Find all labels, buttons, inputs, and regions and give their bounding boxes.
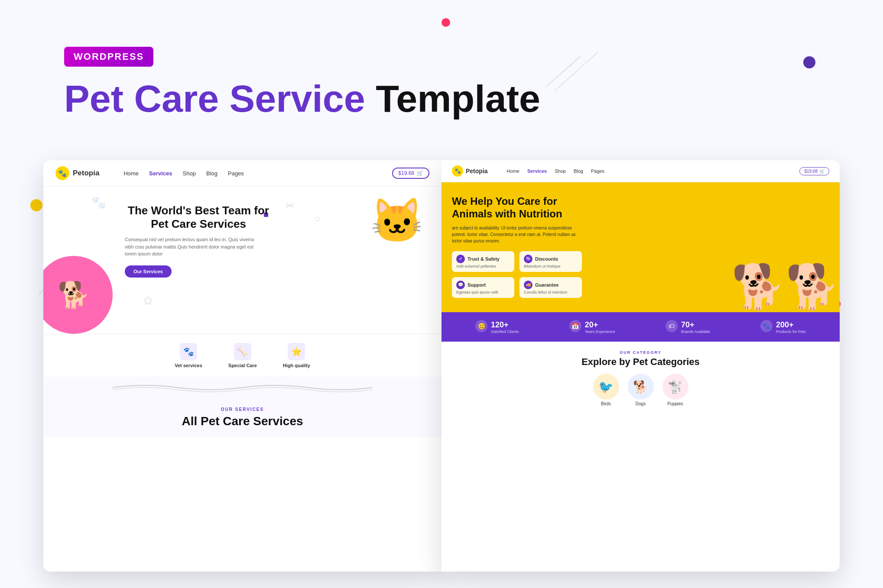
explore-tag: OUR CATEGORY <box>452 350 829 355</box>
paw-deco-2: ✿ <box>143 294 153 308</box>
screenshots-container: 🐾 Petopia Home Services Shop Blog Pages … <box>43 160 840 572</box>
stat-num-1: 120+ <box>491 320 519 330</box>
nav-right: 🐾 Petopia Home Services Shop Blog Pages … <box>442 160 840 182</box>
trust-icon-2: % <box>524 255 532 263</box>
nav-home-right[interactable]: Home <box>507 168 519 174</box>
nav-services-left[interactable]: Services <box>149 170 172 177</box>
nav-blog-right[interactable]: Blog <box>574 168 583 174</box>
trust-desc-3: Egestas quis ipsum vellt <box>456 290 510 294</box>
birds-icon: 🐦 <box>593 374 619 400</box>
hero-title-right: We Help You Care for Animals with Nutrit… <box>452 195 582 220</box>
screenshot-right: 🐾 Petopia Home Services Shop Blog Pages … <box>442 160 840 572</box>
wordpress-badge: WORDPRESS <box>64 47 153 67</box>
stats-bar: 😊 120+ Satisfied Clients 📅 20+ Years Exp… <box>442 312 840 342</box>
stat-row-4: 🐾 200+ Products for Pets <box>760 320 806 334</box>
dogs-label: Dogs <box>636 401 646 406</box>
svg-line-0 <box>546 56 581 87</box>
nav-pages-left[interactable]: Pages <box>228 170 244 177</box>
stat-label-2: Years Experience <box>585 330 615 334</box>
nav-pages-right[interactable]: Pages <box>591 168 604 174</box>
hero-right: We Help You Care for Animals with Nutrit… <box>442 182 840 312</box>
purple-dot-right <box>803 56 815 68</box>
nav-blog-left[interactable]: Blog <box>206 170 218 177</box>
hero-desc-right: are subject to availability. Ut tortor p… <box>452 225 582 244</box>
puppies-label: Puppies <box>667 401 683 406</box>
puppies-icon: 🐩 <box>662 374 688 400</box>
stat-label-3: Brands Available <box>681 330 710 334</box>
trust-box-3: 💬 Support Egestas quis ipsum vellt <box>452 277 514 298</box>
stat-text-2: 20+ Years Experience <box>585 320 615 334</box>
nav-shop-right[interactable]: Shop <box>555 168 566 174</box>
pet-cat-birds: 🐦 Birds <box>593 374 619 406</box>
stat-text-3: 70+ Brands Available <box>681 320 710 334</box>
svg-line-1 <box>555 52 598 91</box>
stat-products: 🐾 200+ Products for Pets <box>760 320 806 334</box>
explore-section: OUR CATEGORY Explore by Pet Categories 🐦… <box>442 342 840 415</box>
trust-icon-1: ✓ <box>456 255 465 263</box>
stat-text-1: 120+ Satisfied Clients <box>491 320 519 334</box>
logo-icon-right: 🐾 <box>452 165 463 177</box>
stat-brands: 🏷 70+ Brands Available <box>665 320 710 334</box>
cart-price-right: $19.68 <box>804 169 818 174</box>
stat-icon-4: 🐾 <box>760 320 773 332</box>
trust-boxes: ✓ Trust & Safety Volit euismod pellentes… <box>452 251 582 298</box>
logo-icon-left: 🐾 <box>55 166 69 180</box>
pet-cat-puppies: 🐩 Puppies <box>662 374 688 406</box>
stat-num-4: 200+ <box>776 320 806 330</box>
trust-icon-3: 💬 <box>456 281 465 289</box>
special-label: Special Care <box>228 363 257 368</box>
logo-right: 🐾 Petopia <box>452 165 488 177</box>
quality-icon: ⭐ <box>288 343 305 360</box>
feature-quality: ⭐ High quality <box>283 343 310 368</box>
cart-button-right[interactable]: $19.68 🛒 <box>799 167 829 175</box>
trust-title-3: 💬 Support <box>456 281 510 289</box>
bottom-section-left: OUR SERVICES All Pet Care Services <box>43 398 442 437</box>
stat-row-2: 📅 20+ Years Experience <box>569 320 615 334</box>
stat-icon-3: 🏷 <box>665 320 678 332</box>
trust-box-4: 🚚 Guarantee Conulis tellus id interdum <box>519 277 582 298</box>
hero-text-right: We Help You Care for Animals with Nutrit… <box>452 195 582 298</box>
trust-box-1: ✓ Trust & Safety Volit euismod pellentes <box>452 251 514 272</box>
headline-purple: Pet Care Service <box>64 77 365 120</box>
logo-text-left: Petopia <box>73 169 99 178</box>
pink-dot-top <box>442 18 450 27</box>
vet-icon: 🐾 <box>180 343 197 360</box>
cart-icon-right: 🛒 <box>819 169 825 174</box>
dogs-icon: 🐕 <box>628 374 654 400</box>
stat-text-4: 200+ Products for Pets <box>776 320 806 334</box>
stat-label-4: Products for Pets <box>776 330 806 334</box>
cart-icon-left: 🛒 <box>417 170 423 176</box>
logo-text-right: Petopia <box>466 168 488 174</box>
nav-shop-left[interactable]: Shop <box>183 170 196 177</box>
hero-content-left: The World's Best Team for Pet Care Servi… <box>55 204 272 278</box>
cart-button-left[interactable]: $19.68 🛒 <box>392 168 429 179</box>
pet-categories-row: 🐦 Birds 🐕 Dogs 🐩 Puppies <box>452 374 829 406</box>
stat-icon-2: 📅 <box>569 320 581 332</box>
feature-vet: 🐾 Vet services <box>175 343 202 368</box>
nav-home-left[interactable]: Home <box>123 170 139 177</box>
wave-svg <box>55 381 429 394</box>
logo-left: 🐾 Petopia <box>55 166 99 180</box>
trust-desc-2: Bibendum ut tristique <box>524 264 578 268</box>
feature-special: 🦴 Special Care <box>228 343 257 368</box>
features-row: 🐾 Vet services 🦴 Special Care ⭐ High qua… <box>43 334 442 377</box>
nav-links-left: Home Services Shop Blog Pages <box>123 170 243 177</box>
our-services-button[interactable]: Our Services <box>125 265 172 278</box>
pet-cat-dogs: 🐕 Dogs <box>628 374 654 406</box>
stat-row-3: 🏷 70+ Brands Available <box>665 320 710 334</box>
stat-num-3: 70+ <box>681 320 710 330</box>
wave-section <box>43 377 442 398</box>
quality-label: High quality <box>283 363 310 368</box>
trust-desc-1: Volit euismod pellentes <box>456 264 510 268</box>
nav-left: 🐾 Petopia Home Services Shop Blog Pages … <box>43 160 442 187</box>
stat-row-1: 😊 120+ Satisfied Clients <box>475 320 519 334</box>
stat-experience: 📅 20+ Years Experience <box>569 320 615 334</box>
hero-title-left: The World's Best Team for Pet Care Servi… <box>125 204 272 231</box>
stat-num-2: 20+ <box>585 320 615 330</box>
cart-price-left: $19.68 <box>398 170 414 176</box>
tool-deco-2: ○ <box>314 213 321 225</box>
trust-title-4: 🚚 Guarantee <box>524 281 578 289</box>
special-icon: 🦴 <box>234 343 251 360</box>
nav-services-right[interactable]: Services <box>527 168 547 174</box>
yellow-dot-left <box>30 199 42 211</box>
